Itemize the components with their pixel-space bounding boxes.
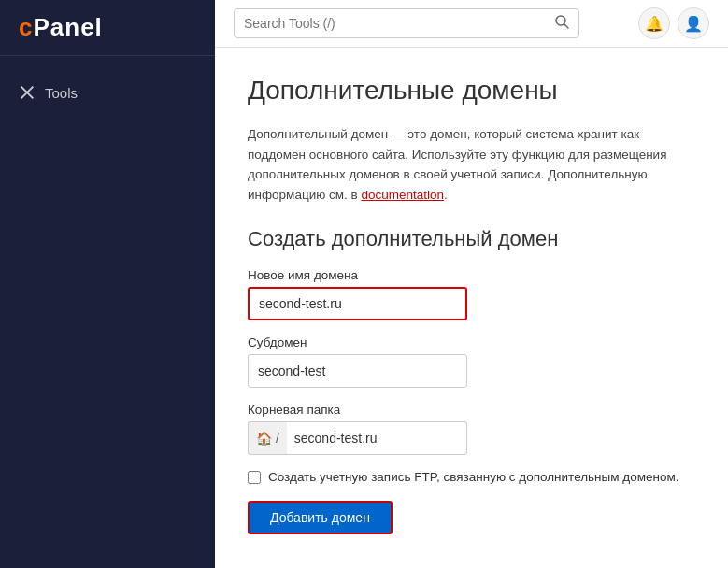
subdomain-input[interactable] (248, 354, 467, 388)
bell-icon: 🔔 (645, 15, 664, 33)
domain-label: Новое имя домена (248, 268, 695, 282)
ftp-checkbox-row: Создать учетную запись FTP, связанную с … (248, 470, 695, 484)
svg-line-1 (564, 24, 568, 28)
description-text-1: Дополнительный домен — это домен, которы… (248, 127, 666, 202)
home-prefix: 🏠 / (248, 421, 287, 455)
bell-button[interactable]: 🔔 (638, 7, 670, 39)
page-content: Дополнительные домены Дополнительный дом… (215, 48, 728, 568)
user-icon: 👤 (684, 15, 703, 33)
sidebar-item-label: Tools (45, 85, 78, 101)
add-domain-button[interactable]: Добавить домен (248, 501, 393, 534)
root-folder-input-group: 🏠 / (248, 421, 467, 455)
page-title: Дополнительные домены (248, 76, 695, 106)
root-folder-group: Корневая папка 🏠 / (248, 403, 695, 455)
logo-c: c (19, 13, 33, 41)
sidebar: cPanel Tools (0, 0, 215, 568)
sidebar-menu: Tools (0, 56, 215, 129)
search-icon (554, 14, 569, 33)
domain-input[interactable] (248, 287, 467, 320)
root-folder-label: Корневая папка (248, 403, 695, 417)
subdomain-label: Субдомен (248, 335, 695, 349)
root-folder-input[interactable] (287, 421, 467, 455)
search-box[interactable] (234, 8, 579, 38)
topbar: 🔔 👤 (215, 0, 728, 48)
main-area: 🔔 👤 Дополнительные домены Дополнительный… (215, 0, 728, 568)
sidebar-item-tools[interactable]: Tools (0, 75, 215, 110)
cpanel-logo: cPanel (19, 13, 196, 42)
x-icon (19, 84, 36, 101)
logo-rest: Panel (33, 13, 102, 41)
subdomain-field-group: Субдомен (248, 335, 695, 388)
search-input[interactable] (244, 16, 549, 31)
description-text-2: . (444, 188, 448, 202)
form-section-title: Создать дополнительный домен (248, 227, 695, 251)
domain-field-group: Новое имя домена (248, 268, 695, 320)
documentation-link[interactable]: documentation (362, 188, 445, 202)
topbar-icons: 🔔 👤 (638, 7, 709, 39)
logo-area: cPanel (0, 0, 215, 56)
page-description: Дополнительный домен — это домен, которы… (248, 124, 695, 205)
ftp-checkbox-label: Создать учетную запись FTP, связанную с … (268, 470, 678, 484)
user-button[interactable]: 👤 (678, 7, 709, 39)
ftp-checkbox[interactable] (248, 471, 261, 484)
